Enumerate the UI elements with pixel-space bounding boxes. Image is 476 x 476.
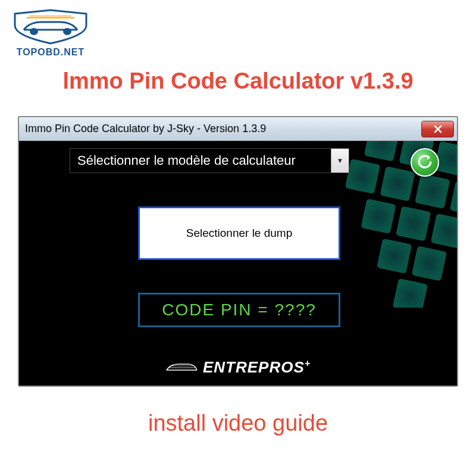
svg-rect-11 xyxy=(396,206,431,241)
refresh-icon xyxy=(417,155,433,170)
window-title: Immo Pin Code Calculator by J-Sky - Vers… xyxy=(25,123,266,135)
topobd-logo: TOPOBD.NET xyxy=(9,9,92,57)
model-selector-dropdown[interactable]: Sélectionner le modèle de calculateur ▼ xyxy=(70,148,349,173)
dropdown-placeholder: Sélectionner le modèle de calculateur xyxy=(70,153,331,168)
svg-rect-6 xyxy=(345,159,380,194)
svg-rect-9 xyxy=(450,181,457,216)
svg-rect-7 xyxy=(380,166,415,201)
svg-rect-12 xyxy=(431,214,457,249)
page-title: lmmo Pin Code Calculator v1.3.9 xyxy=(62,68,413,94)
svg-rect-15 xyxy=(393,278,428,308)
svg-rect-10 xyxy=(361,199,396,234)
svg-rect-8 xyxy=(415,174,450,209)
svg-rect-14 xyxy=(412,246,447,281)
brand-text: ENTREPROS xyxy=(203,358,305,376)
car-shield-icon xyxy=(9,9,92,48)
close-icon xyxy=(434,125,442,133)
brand-suffix: + xyxy=(305,358,311,368)
chevron-down-icon: ▼ xyxy=(331,149,349,173)
svg-rect-13 xyxy=(377,239,412,274)
dump-button-label: Selectionner le dump xyxy=(186,227,293,240)
install-guide-text: install video guide xyxy=(148,411,328,436)
entrepros-brand: ENTREPROS+ xyxy=(165,358,311,377)
svg-rect-3 xyxy=(364,141,399,161)
window-titlebar[interactable]: Immo Pin Code Calculator by J-Sky - Vers… xyxy=(19,117,457,141)
pin-code-display: CODE PIN = ???? xyxy=(138,293,340,327)
refresh-button[interactable] xyxy=(411,148,439,177)
pin-code-value: CODE PIN = ???? xyxy=(162,300,317,320)
select-dump-button[interactable]: Selectionner le dump xyxy=(138,206,340,260)
close-button[interactable] xyxy=(421,121,454,137)
window-body: Sélectionner le modèle de calculateur ▼ … xyxy=(19,141,457,386)
app-window: Immo Pin Code Calculator by J-Sky - Vers… xyxy=(18,116,458,387)
logo-text: TOPOBD.NET xyxy=(9,47,92,58)
car-icon xyxy=(165,362,198,374)
